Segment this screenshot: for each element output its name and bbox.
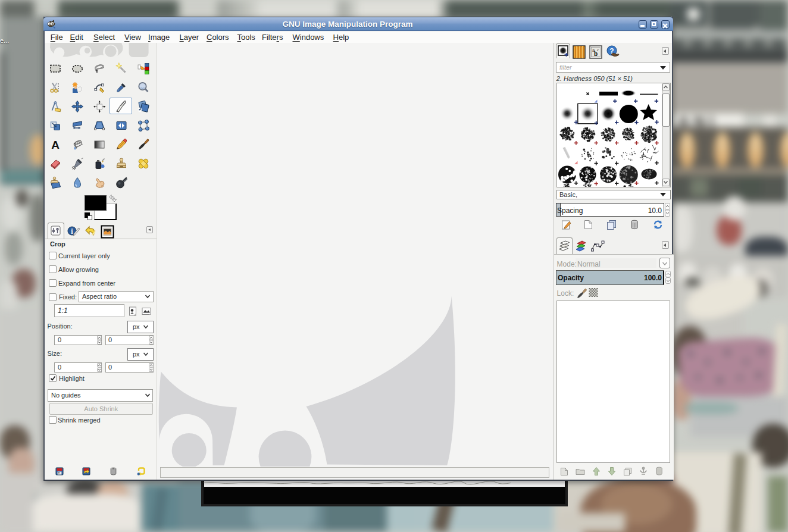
svg-text:A: A bbox=[51, 139, 60, 151]
svg-text:b: b bbox=[594, 51, 598, 57]
